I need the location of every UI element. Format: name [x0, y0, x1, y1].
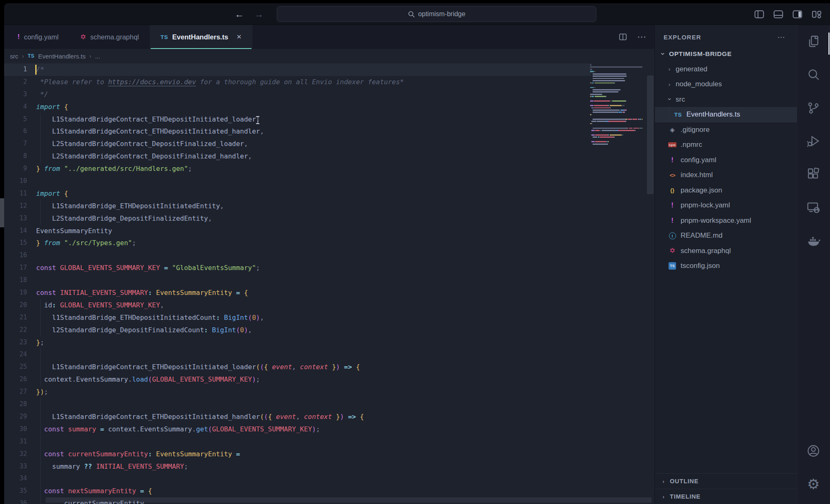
indent-guide [40, 497, 41, 504]
code-line-content: }); [36, 386, 48, 398]
editor-more-actions[interactable]: ⋯ [637, 32, 647, 42]
navigate-forward-button[interactable]: → [254, 10, 264, 19]
tab-EventHandlers.ts[interactable]: TSEventHandlers.ts✕ [150, 25, 253, 49]
sidebar-item-config.yaml[interactable]: !config.yaml [655, 153, 797, 168]
section-timeline[interactable]: ›TIMELINE [655, 489, 797, 504]
minimap-line [589, 91, 644, 93]
code-line: 32 const currentSummaryEntity: EventsSum… [4, 448, 591, 460]
sidebar-item-package.json[interactable]: {}package.json [655, 183, 797, 198]
split-editor-icon[interactable] [618, 32, 628, 42]
minimap-line [589, 105, 644, 106]
tab-config.yaml[interactable]: !config.yaml [4, 25, 69, 49]
line-number: 34 [4, 472, 36, 485]
source-control-icon[interactable] [797, 91, 830, 124]
line-number: 12 [4, 200, 36, 212]
sidebar-item-README.md[interactable]: iREADME.md [655, 228, 797, 243]
indent-guide [40, 150, 41, 163]
sidebar-item-pnpm-workspace.yaml[interactable]: !pnpm-workspace.yaml [655, 213, 797, 229]
sidebar-item-schema.graphql[interactable]: ✡schema.graphql [655, 243, 797, 259]
sidebar-item-.gitignore[interactable]: ◈.gitignore [655, 122, 797, 138]
minimap-line [589, 112, 644, 113]
indent-guide [40, 324, 41, 336]
line-number: 25 [4, 361, 36, 373]
code-line: 34 [4, 472, 591, 485]
run-debug-icon[interactable] [797, 124, 830, 158]
code-line: 17const GLOBAL_EVENTS_SUMMARY_KEY = "Glo… [4, 262, 591, 274]
docker-icon[interactable] [797, 224, 830, 257]
ts-file-icon: TS [28, 53, 34, 59]
minimap[interactable] [589, 64, 644, 151]
line-number: 30 [4, 423, 36, 436]
section-outline[interactable]: ›OUTLINE [655, 473, 797, 489]
code-line-content: L1StandardBridgeContract_ETHDepositIniti… [36, 361, 360, 373]
code-line-content: }; [36, 336, 44, 349]
code-line: 26 context.EventsSummary.load(GLOBAL_EVE… [4, 373, 591, 386]
file-label: .gitignore [681, 126, 710, 134]
vertical-scrollbar[interactable] [647, 75, 654, 194]
code-line-content: L2StandardBridgeContract_DepositFinalize… [36, 150, 252, 163]
breadcrumb-item[interactable]: src [10, 53, 18, 60]
toggle-secondary-sidebar-icon[interactable] [791, 8, 803, 20]
tab-schema.graphql[interactable]: ✡schema.graphql [69, 25, 150, 49]
code-line-content: L2StandardBridge_DepositFinalizedEntity, [36, 212, 212, 225]
explorer-icon[interactable] [797, 25, 830, 58]
line-number: 27 [4, 386, 36, 398]
breadcrumb-item[interactable]: EventHandlers.ts [38, 53, 85, 60]
code-line-content: import { [36, 101, 68, 113]
sidebar-item-.npmrc[interactable]: npm.npmrc [655, 137, 797, 153]
toggle-panel-icon[interactable] [772, 8, 784, 20]
sidebar-item-tsconfig.json[interactable]: TStsconfig.json [655, 258, 797, 274]
line-number: 14 [4, 225, 36, 237]
toggle-primary-sidebar-icon[interactable] [753, 8, 765, 20]
yaml-file-icon: ! [17, 33, 20, 41]
file-label: pnpm-lock.yaml [681, 201, 730, 209]
code-line: 23}; [4, 336, 591, 349]
indent-guide [40, 448, 41, 460]
code-line-content: L1StandardBridgeContract_ETHDepositIniti… [36, 411, 364, 423]
line-number: 3 [4, 88, 36, 101]
line-number: 35 [4, 485, 36, 497]
json-file-icon: {} [670, 187, 674, 193]
chevron-down-icon: ⌄ [660, 49, 666, 56]
line-number: 24 [4, 348, 36, 361]
indent-guide [40, 138, 41, 150]
sidebar-item-node_modules[interactable]: ›node_modules [655, 77, 797, 92]
tsconfig-file-icon: TS [669, 262, 676, 270]
explorer-root-folder[interactable]: ⌄OPTIMISM-BRIDGE [655, 46, 797, 62]
minimap-line [589, 114, 644, 115]
breadcrumb[interactable]: src›TSEventHandlers.ts›... [4, 49, 654, 63]
tab-close-icon[interactable]: ✕ [237, 33, 242, 41]
search-icon[interactable] [797, 58, 830, 91]
graphql-file-icon: ✡ [669, 246, 675, 255]
sidebar-item-EventHandlers.ts[interactable]: TSEventHandlers.ts [655, 107, 797, 122]
code-line-content: const currentSummaryEntity: EventsSummar… [36, 448, 240, 460]
customize-layout-icon[interactable] [810, 8, 823, 20]
sidebar-item-generated[interactable]: ›generated [655, 62, 797, 77]
ts-file-icon: TS [161, 34, 168, 40]
extensions-icon[interactable] [797, 158, 830, 191]
remote-explorer-icon[interactable] [797, 191, 830, 224]
line-number: 29 [4, 411, 36, 423]
code-editor[interactable]: 1/*2 *Please refer to https://docs.envio… [4, 63, 654, 504]
explorer-more-actions[interactable]: ⋯ [777, 32, 786, 42]
code-line-content: } from "./src/Types.gen"; [36, 237, 136, 249]
code-line-content: L2StandardBridgeContract_DepositFinalize… [36, 138, 248, 150]
settings-icon[interactable]: ⚙ [797, 467, 830, 501]
sidebar-item-index.html[interactable]: <>index.html [655, 168, 797, 183]
indent-guide [40, 460, 41, 473]
tab-label: schema.graphql [90, 33, 139, 41]
code-line-content: const INITIAL_EVENTS_SUMMARY: EventsSumm… [36, 287, 248, 299]
breadcrumb-item[interactable]: ... [95, 53, 100, 60]
horizontal-scrollbar[interactable] [46, 497, 652, 503]
code-line-content: L1StandardBridge_ETHDepositInitiatedEnti… [36, 200, 224, 212]
npm-file-icon: npm [668, 142, 676, 147]
chevron-right-icon: › [666, 66, 672, 72]
account-icon[interactable] [797, 434, 830, 467]
git-file-icon: ◈ [670, 126, 675, 134]
line-number: 15 [4, 237, 36, 249]
chevron-down-icon: ⌄ [666, 94, 672, 102]
command-center-search[interactable]: optimism-bridge [277, 6, 596, 22]
sidebar-item-pnpm-lock.yaml[interactable]: !pnpm-lock.yaml [655, 198, 797, 213]
sidebar-item-src[interactable]: ⌄src [655, 92, 797, 107]
navigate-back-button[interactable]: ← [234, 10, 244, 19]
